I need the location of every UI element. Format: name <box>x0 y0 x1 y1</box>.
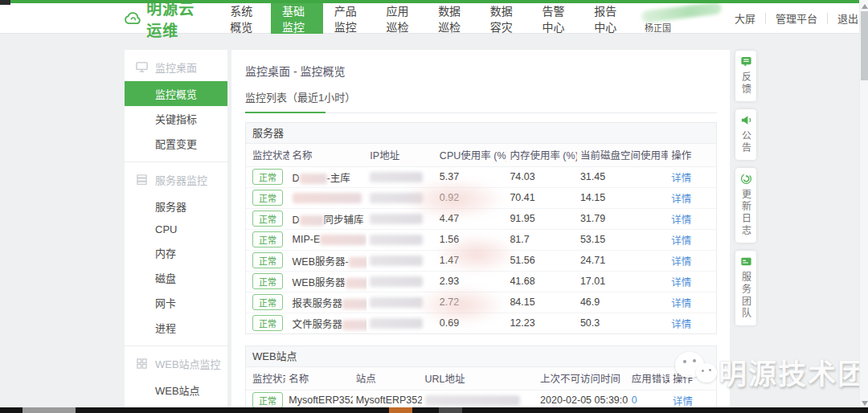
nav-link-1[interactable]: 大屏 <box>725 10 765 26</box>
detail-link[interactable]: 详情 <box>671 215 691 226</box>
top-navbar: 明源云运维 系统概览基础监控产品监控应用巡检数据巡检数据容灾告警中心报告中心 杨… <box>0 3 868 34</box>
server-row: 正常MIP-E1.5681.753.15详情 <box>246 229 716 250</box>
name-cell <box>289 187 367 208</box>
server-row: 正常D-主库5.3774.0331.45详情 <box>246 166 716 187</box>
main-content: 监控桌面 - 监控概览 监控列表（最近1小时） 服务器 监控状态名称IP地址CP… <box>231 50 730 413</box>
detail-link[interactable]: 详情 <box>671 298 691 309</box>
horn-icon <box>740 114 752 126</box>
float-button-refresh[interactable]: 更新日志 <box>735 168 756 243</box>
scrollbar-up-arrow[interactable] <box>862 4 868 9</box>
user-area[interactable]: 杨正国 <box>641 5 725 32</box>
action-cell: 详情 <box>668 271 716 292</box>
disk-cell: 50.3 <box>577 313 668 333</box>
sidebar-item[interactable]: 监控概览 <box>125 81 227 106</box>
sidebar-section-label: 监控桌面 <box>155 59 197 75</box>
detail-link[interactable]: 详情 <box>673 396 693 407</box>
nav-item-2[interactable]: 基础监控 <box>271 3 323 34</box>
cpu-cell: 0.92 <box>436 187 507 208</box>
sidebar-item[interactable]: 内存 <box>125 240 227 265</box>
desktop-icon <box>136 61 148 73</box>
sidebar-item[interactable]: 配置变更 <box>125 131 227 156</box>
web-site-table: 监控状态名称站点URL地址上次不可访问时间应用错误数操作正常MysoftERP3… <box>246 367 716 411</box>
nav-item-5[interactable]: 数据巡检 <box>427 3 479 34</box>
browser-scrollbar[interactable] <box>859 0 868 413</box>
nav-item-1[interactable]: 系统概览 <box>219 3 271 34</box>
detail-link[interactable]: 详情 <box>671 277 691 288</box>
mem-cell: 91.95 <box>506 208 577 229</box>
column-header: 名称 <box>289 144 367 166</box>
column-header: CPU使用率 (%) <box>436 144 507 166</box>
status-badge: 正常 <box>252 231 283 247</box>
ip-redaction <box>370 172 423 182</box>
taskbar-segment <box>23 407 76 413</box>
sidebar-section-label: 服务器监控 <box>155 172 207 187</box>
top-accent-strip <box>0 0 868 3</box>
float-button-feedback[interactable]: 反馈 <box>735 51 756 101</box>
action-cell: 详情 <box>668 208 716 229</box>
nav-item-8[interactable]: 报告中心 <box>583 3 635 34</box>
nav-item-4[interactable]: 应用巡检 <box>375 3 427 34</box>
detail-link[interactable]: 详情 <box>671 173 691 184</box>
nav-item-7[interactable]: 告警中心 <box>531 3 583 34</box>
detail-link[interactable]: 详情 <box>671 319 691 330</box>
nav-link-2[interactable]: 管理平台 <box>766 10 827 26</box>
ip-redaction <box>370 235 423 245</box>
cpu-cell: 0.69 <box>436 313 507 333</box>
sidebar-item[interactable]: CPU <box>125 219 227 240</box>
disk-cell: 14.15 <box>577 187 668 208</box>
name-redaction <box>300 174 327 184</box>
scrollbar-thumb[interactable] <box>861 11 868 80</box>
sidebar-item[interactable]: 网卡 <box>125 290 227 315</box>
mem-cell: 70.41 <box>506 187 577 208</box>
user-avatar-redaction <box>641 1 722 22</box>
ip-cell <box>366 313 436 333</box>
detail-link[interactable]: 详情 <box>671 194 691 205</box>
app-errors-link[interactable]: 0 <box>632 395 637 406</box>
name-cell: D同步辅库 <box>289 208 367 229</box>
user-name: 杨正国 <box>645 21 671 34</box>
active-tab-underline <box>245 112 326 113</box>
nav-right-area: 杨正国 大屏管理平台退出 <box>641 5 868 32</box>
refresh-icon <box>740 173 752 185</box>
sidebar-section-label: WEB站点监控 <box>155 356 221 371</box>
action-cell: 详情 <box>668 166 716 187</box>
mem-cell: 84.15 <box>506 292 577 313</box>
sidebar-item[interactable]: 磁盘 <box>125 265 227 290</box>
server-row: 正常文件服务器0.6912.2350.3详情 <box>246 313 716 333</box>
taskbar-segment-active <box>389 407 412 413</box>
tab-monitor-list[interactable]: 监控列表（最近1小时） <box>245 92 355 104</box>
nav-item-3[interactable]: 产品监控 <box>323 3 375 34</box>
ip-cell <box>366 166 436 187</box>
nav-item-6[interactable]: 数据容灾 <box>479 3 531 34</box>
column-header: 上次不可访问时间 <box>537 367 628 390</box>
cpu-cell: 1.47 <box>436 250 507 271</box>
sidebar-section-server: 服务器监控 <box>125 162 227 194</box>
scrollbar-down-arrow[interactable] <box>862 401 868 406</box>
name-redaction <box>320 235 366 245</box>
cpu-cell: 2.93 <box>436 271 507 292</box>
sidebar-item[interactable]: 关键指标 <box>125 106 227 131</box>
ip-redaction <box>370 256 423 266</box>
detail-link[interactable]: 详情 <box>671 235 691 247</box>
server-row: 正常0.9270.4114.15详情 <box>246 187 716 208</box>
web-panel-title: WEB站点 <box>246 346 716 367</box>
float-button-team[interactable]: 服务团队 <box>735 251 756 325</box>
sidebar-item[interactable]: WEB站点 <box>125 378 227 403</box>
status-cell: 正常 <box>246 313 289 333</box>
ip-cell <box>366 271 436 292</box>
column-header: 操作 <box>668 144 716 166</box>
float-button-horn[interactable]: 公告 <box>735 109 756 160</box>
detail-link[interactable]: 详情 <box>671 256 691 268</box>
mem-cell: 51.56 <box>506 250 577 271</box>
sidebar-item[interactable]: 进程 <box>125 315 227 340</box>
ip-redaction <box>370 318 423 329</box>
status-badge: 正常 <box>252 294 283 310</box>
action-cell: 详情 <box>668 250 716 271</box>
watermark-text: 明源技术团队 <box>719 351 868 392</box>
column-header: IP地址 <box>366 144 436 166</box>
disk-cell: 17.01 <box>577 271 668 292</box>
cpu-cell: 1.56 <box>436 229 507 250</box>
sidebar-item[interactable]: 服务器 <box>125 194 227 219</box>
name-cell: D-主库 <box>289 166 367 187</box>
sidebar-section-grid: WEB站点监控 <box>125 346 227 378</box>
